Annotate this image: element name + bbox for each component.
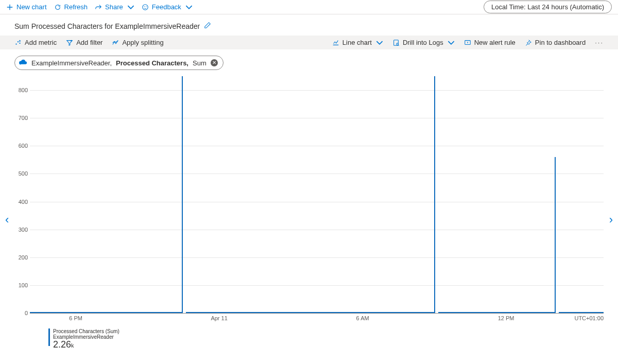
chevron-down-icon — [185, 4, 193, 11]
apply-splitting-label: Apply splitting — [122, 39, 163, 46]
metric-pills-row: ExampleImmersiveReader, Processed Charac… — [0, 49, 618, 76]
data-spike — [555, 157, 556, 313]
metric-pill[interactable]: ExampleImmersiveReader, Processed Charac… — [14, 56, 224, 70]
x-tick-label: 6 PM — [69, 315, 82, 321]
top-toolbar: New chart Refresh Share Feedback Local T… — [0, 0, 618, 14]
gridline — [30, 257, 604, 258]
drill-logs-label: Drill into Logs — [403, 39, 443, 46]
new-alert-label: New alert rule — [474, 39, 516, 46]
share-button[interactable]: Share — [95, 3, 134, 11]
edit-title-button[interactable] — [204, 22, 211, 30]
gridline — [30, 230, 604, 230]
add-filter-button[interactable]: Add filter — [66, 39, 102, 46]
gridline — [30, 90, 604, 91]
smiley-icon — [142, 4, 149, 11]
chart-type-label: Line chart — [342, 39, 372, 46]
feedback-label: Feedback — [152, 3, 181, 11]
svg-point-3 — [15, 43, 16, 44]
gridline — [30, 118, 604, 118]
svg-point-0 — [143, 4, 148, 10]
gridline — [30, 202, 604, 202]
pencil-icon — [204, 22, 211, 29]
chart-toolbar: Add metric Add filter Apply splitting Li… — [0, 36, 618, 49]
chevron-down-icon — [127, 4, 134, 11]
y-tick-label: 500 — [14, 170, 28, 177]
chart-x-axis: 6 PMApr 116 AM12 PMUTC+01:00 — [30, 313, 604, 324]
chevron-down-icon — [376, 39, 383, 46]
apply-splitting-button[interactable]: Apply splitting — [112, 39, 163, 46]
y-tick-label: 0 — [14, 310, 28, 316]
x-tick-label: Apr 11 — [211, 315, 227, 321]
new-alert-button[interactable]: New alert rule — [464, 39, 516, 46]
chevron-down-icon — [448, 39, 455, 46]
legend-value-number: 2.26 — [53, 339, 71, 350]
chart-toolbar-right: Line chart Drill into Logs New alert rul… — [332, 39, 604, 46]
x-tick-label: 6 AM — [356, 315, 369, 321]
metric-pill-metric: Processed Characters, — [116, 59, 188, 67]
gridline — [30, 285, 604, 286]
chart-plot-area[interactable]: 0100200300400500600700800 — [30, 76, 604, 313]
y-tick-label: 200 — [14, 254, 28, 261]
new-chart-button[interactable]: New chart — [6, 3, 47, 11]
filter-icon — [66, 39, 73, 46]
chart-title: Sum Processed Characters for ExampleImme… — [14, 22, 200, 30]
metric-pill-aggregation: Sum — [193, 59, 207, 67]
new-chart-label: New chart — [16, 3, 47, 11]
line-chart-icon — [332, 39, 339, 46]
drill-logs-button[interactable]: Drill into Logs — [392, 39, 455, 46]
add-metric-icon — [14, 39, 22, 46]
add-metric-label: Add metric — [25, 39, 57, 46]
top-toolbar-right: Local Time: Last 24 hours (Automatic) — [484, 3, 612, 11]
chart-legend: Processed Characters (Sum) ExampleImmers… — [21, 324, 604, 356]
logs-icon — [392, 39, 400, 46]
more-options-button[interactable]: ··· — [595, 39, 604, 46]
chart-type-dropdown[interactable]: Line chart — [332, 39, 383, 46]
y-tick-label: 600 — [14, 143, 28, 149]
chart-container: ‹ › 0100200300400500600700800 6 PMApr 11… — [0, 76, 618, 356]
legend-series-name: Processed Characters (Sum) — [53, 328, 119, 334]
alert-icon — [464, 39, 471, 46]
refresh-icon — [54, 4, 61, 11]
y-tick-label: 300 — [14, 227, 28, 233]
gridline — [30, 146, 604, 146]
svg-point-5 — [19, 42, 20, 43]
prev-chart-button[interactable]: ‹ — [2, 210, 12, 230]
refresh-button[interactable]: Refresh — [54, 3, 88, 11]
svg-point-2 — [146, 6, 146, 6]
add-metric-button[interactable]: Add metric — [14, 39, 57, 46]
resource-icon — [18, 58, 27, 67]
legend-text: Processed Characters (Sum) ExampleImmers… — [53, 328, 119, 350]
metric-pill-resource: ExampleImmersiveReader, — [31, 59, 112, 67]
feedback-button[interactable]: Feedback — [142, 3, 193, 11]
pin-dashboard-button[interactable]: Pin to dashboard — [525, 39, 586, 46]
x-tick-label: 12 PM — [498, 315, 514, 321]
remove-metric-button[interactable]: ✕ — [211, 59, 218, 66]
gridline — [30, 174, 604, 174]
top-toolbar-left: New chart Refresh Share Feedback — [6, 3, 193, 11]
svg-point-4 — [18, 41, 19, 42]
data-spike — [182, 76, 183, 313]
pin-icon — [525, 39, 532, 46]
timezone-label: UTC+01:00 — [574, 315, 604, 321]
add-filter-label: Add filter — [76, 39, 102, 46]
share-label: Share — [105, 3, 123, 11]
refresh-label: Refresh — [64, 3, 88, 11]
split-icon — [112, 39, 119, 46]
svg-point-7 — [397, 43, 399, 45]
data-spike — [434, 76, 435, 313]
time-range-picker[interactable]: Local Time: Last 24 hours (Automatic) — [484, 1, 612, 13]
y-tick-label: 400 — [14, 199, 28, 205]
chart-title-row: Sum Processed Characters for ExampleImme… — [0, 14, 618, 36]
legend-color-bar — [48, 328, 50, 346]
svg-point-1 — [144, 6, 144, 6]
plus-icon — [6, 4, 13, 11]
y-tick-label: 100 — [14, 282, 28, 288]
chart-toolbar-left: Add metric Add filter Apply splitting — [14, 39, 164, 46]
next-chart-button[interactable]: › — [606, 210, 616, 230]
legend-value-unit: k — [71, 342, 74, 349]
share-icon — [95, 4, 102, 11]
y-tick-label: 800 — [14, 87, 28, 93]
y-tick-label: 700 — [14, 115, 28, 121]
legend-value: 2.26k — [53, 340, 119, 350]
pin-dashboard-label: Pin to dashboard — [535, 39, 586, 46]
